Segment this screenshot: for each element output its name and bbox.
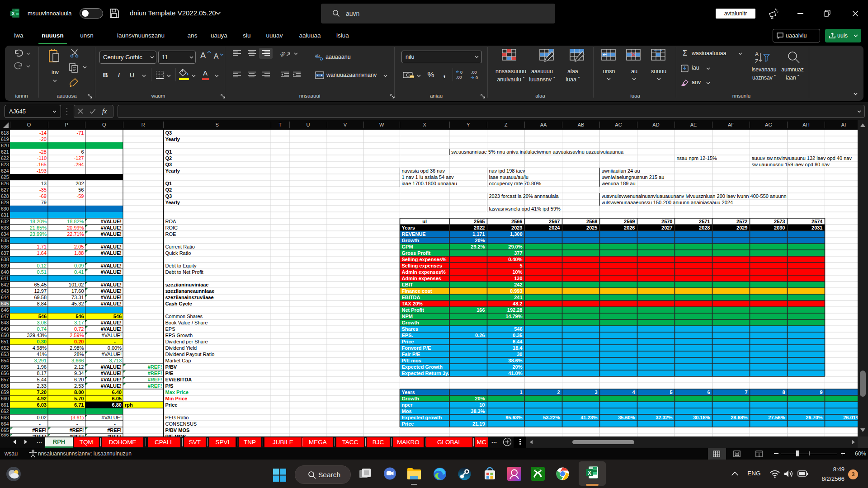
- svg-text:X: X: [588, 470, 591, 476]
